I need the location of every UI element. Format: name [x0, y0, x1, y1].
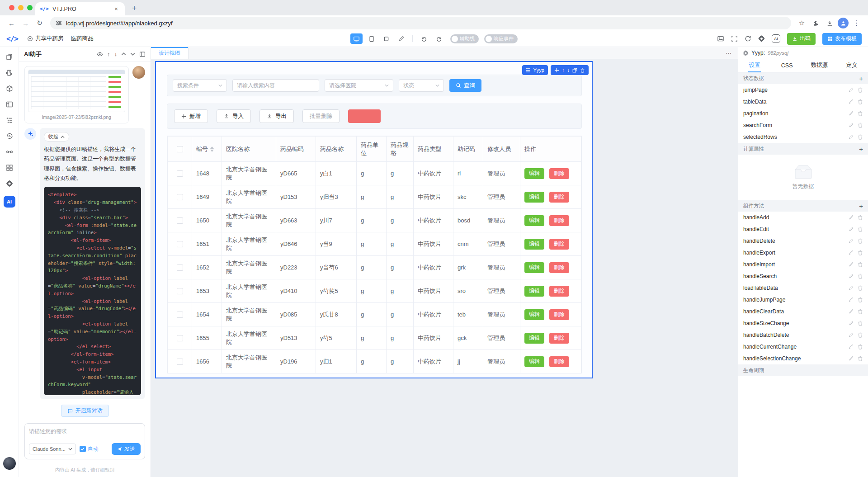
- chevron-down-icon[interactable]: [130, 52, 135, 56]
- edit-button[interactable]: 编辑: [524, 262, 544, 273]
- delete-property-icon[interactable]: [858, 227, 863, 232]
- edit-property-icon[interactable]: [848, 123, 854, 128]
- edit-property-icon[interactable]: [848, 87, 854, 93]
- delete-property-icon[interactable]: [858, 309, 863, 314]
- rail-settings-icon[interactable]: [6, 180, 13, 187]
- property-row[interactable]: handleDelete: [738, 235, 868, 247]
- publish-template-button[interactable]: 发布模板: [822, 33, 862, 45]
- property-row[interactable]: handleSizeChange: [738, 317, 868, 329]
- tab-settings[interactable]: 设置: [738, 59, 771, 72]
- row-checkbox[interactable]: [177, 217, 183, 224]
- tab-definition[interactable]: 定义: [835, 59, 868, 72]
- delete-property-icon[interactable]: [858, 215, 863, 220]
- delete-button[interactable]: 删除: [549, 356, 569, 367]
- add-computed-icon[interactable]: +: [859, 146, 863, 152]
- row-checkbox[interactable]: [177, 241, 183, 247]
- delete-property-icon[interactable]: [858, 99, 863, 104]
- property-row[interactable]: handleSearch: [738, 270, 868, 282]
- property-row[interactable]: selectedRows: [738, 131, 868, 143]
- row-checkbox[interactable]: [177, 359, 183, 365]
- export-code-button[interactable]: 出码: [787, 33, 816, 45]
- edit-property-icon[interactable]: [848, 215, 854, 220]
- reload-icon[interactable]: ↻: [33, 17, 46, 29]
- delete-property-icon[interactable]: [858, 250, 863, 255]
- model-select[interactable]: Claude Sonn...: [29, 444, 76, 454]
- back-icon[interactable]: ←: [5, 17, 18, 29]
- search-button[interactable]: 查询: [449, 79, 481, 92]
- delete-property-icon[interactable]: [858, 297, 863, 302]
- blocks-icon[interactable]: [6, 164, 13, 171]
- row-checkbox[interactable]: [177, 312, 183, 318]
- delete-property-icon[interactable]: [858, 87, 863, 93]
- new-tab-button[interactable]: +: [128, 2, 140, 14]
- delete-button[interactable]: 删除: [549, 333, 569, 344]
- delete-button[interactable]: 删除: [549, 168, 569, 179]
- edit-property-icon[interactable]: [848, 297, 854, 302]
- redo-icon[interactable]: [433, 33, 445, 44]
- guideline-toggle[interactable]: 辅助线: [450, 34, 479, 43]
- refresh-icon[interactable]: [745, 35, 751, 42]
- pages-icon[interactable]: [6, 53, 13, 61]
- delete-property-icon[interactable]: [858, 321, 863, 326]
- minimize-window-button[interactable]: [18, 5, 24, 10]
- fit-screen-icon[interactable]: [731, 35, 738, 42]
- desktop-view-button[interactable]: [350, 33, 363, 44]
- edit-property-icon[interactable]: [848, 344, 854, 349]
- copy-node-icon[interactable]: [572, 68, 577, 73]
- property-row[interactable]: handleSelectionChange: [738, 353, 868, 364]
- downloads-icon[interactable]: [824, 17, 836, 29]
- edit-button[interactable]: 编辑: [524, 333, 544, 344]
- delete-button[interactable]: 删除: [549, 215, 569, 226]
- auto-checkbox[interactable]: 自动: [80, 445, 99, 453]
- delete-property-icon[interactable]: [858, 344, 863, 349]
- event-response-toggle[interactable]: 响应事件: [484, 34, 518, 43]
- status-select[interactable]: 状态: [399, 79, 444, 92]
- delete-button[interactable]: 删除: [549, 192, 569, 203]
- user-avatar[interactable]: [3, 457, 16, 470]
- add-method-icon[interactable]: +: [859, 203, 863, 209]
- export-button[interactable]: 导出: [259, 109, 294, 123]
- row-checkbox[interactable]: [177, 264, 183, 271]
- ai-settings-icon[interactable]: AI: [772, 34, 780, 43]
- bookmark-star-icon[interactable]: ☆: [796, 17, 808, 29]
- property-row[interactable]: pagination: [738, 108, 868, 119]
- close-tab-icon[interactable]: ×: [112, 5, 120, 13]
- delete-property-icon[interactable]: [858, 356, 863, 361]
- sort-icon[interactable]: [210, 146, 214, 152]
- ai-assistant-rail-icon[interactable]: AI: [4, 196, 15, 208]
- send-button[interactable]: 发送: [112, 443, 141, 455]
- scroll-up-icon[interactable]: ↑: [107, 51, 110, 57]
- edit-property-icon[interactable]: [848, 356, 854, 361]
- edit-property-icon[interactable]: [848, 111, 854, 116]
- batch-delete-button[interactable]: 批量删除: [302, 109, 340, 123]
- chevron-up-icon[interactable]: [121, 52, 126, 56]
- property-row[interactable]: loadTableData: [738, 282, 868, 294]
- history-icon[interactable]: [6, 132, 13, 140]
- close-window-button[interactable]: [9, 5, 14, 10]
- edit-property-icon[interactable]: [848, 227, 854, 232]
- tablet-view-button[interactable]: [365, 33, 377, 44]
- edit-property-icon[interactable]: [848, 309, 854, 314]
- delete-button[interactable]: 删除: [549, 262, 569, 273]
- edit-button[interactable]: 编辑: [524, 215, 544, 226]
- delete-property-icon[interactable]: [858, 274, 863, 279]
- tab-css[interactable]: CSS: [771, 59, 803, 72]
- plugins-icon[interactable]: [6, 69, 13, 76]
- property-row[interactable]: tableData: [738, 96, 868, 108]
- delete-node-icon[interactable]: [580, 68, 585, 73]
- delete-property-icon[interactable]: [858, 123, 863, 128]
- edit-property-icon[interactable]: [848, 99, 854, 104]
- attachment-card[interactable]: image/2025-07-23/5l82pznki.png: [24, 66, 129, 123]
- eye-icon[interactable]: [97, 51, 103, 57]
- breadcrumb-app[interactable]: 共享中药房: [27, 35, 64, 43]
- new-chat-button[interactable]: 开启新对话: [61, 405, 109, 417]
- row-checkbox[interactable]: [177, 194, 183, 200]
- delete-property-icon[interactable]: [858, 332, 863, 338]
- tab-datasource[interactable]: 数据源: [803, 59, 836, 72]
- screenshot-icon[interactable]: [717, 35, 724, 42]
- property-row[interactable]: handleEdit: [738, 223, 868, 235]
- delete-property-icon[interactable]: [858, 285, 863, 291]
- row-checkbox[interactable]: [177, 335, 183, 341]
- property-row[interactable]: handleJumpPage: [738, 294, 868, 306]
- property-row[interactable]: handleImport: [738, 259, 868, 270]
